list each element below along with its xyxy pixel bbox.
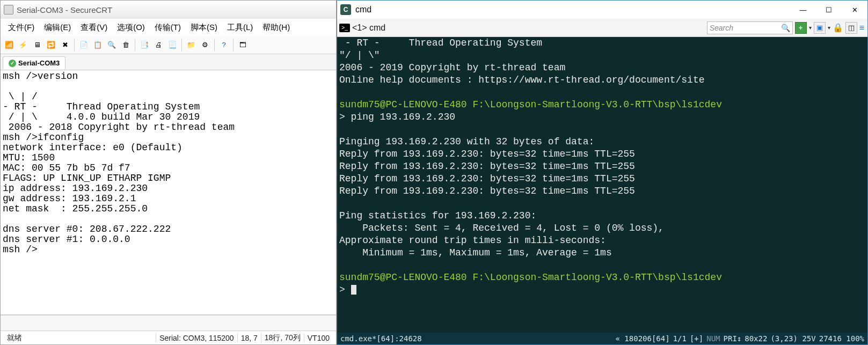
tb-reconnect-icon[interactable]: 🔁 bbox=[45, 39, 57, 52]
status-serial: Serial: COM3, 115200 bbox=[156, 334, 237, 342]
tb-print-icon[interactable]: 🖨 bbox=[152, 39, 165, 52]
menu-icon[interactable]: ≡ bbox=[859, 23, 864, 33]
tab-serial-com3[interactable]: ✓ Serial-COM3 bbox=[3, 56, 65, 70]
status-ready: 就绪 bbox=[4, 333, 156, 343]
new-tab-button[interactable]: + bbox=[795, 22, 807, 34]
tb-transfer-icon[interactable]: 📁 bbox=[185, 39, 198, 52]
window-title: Serial-COM3 - SecureCRT bbox=[17, 5, 112, 14]
title-bar[interactable]: C cmd — ☐ ✕ bbox=[337, 1, 867, 19]
toolbar-sep-2 bbox=[135, 39, 135, 51]
status-bar: cmd.exe*[64]:24628 « 180206[64] 1/1 [+] … bbox=[337, 333, 867, 344]
minimize-button[interactable]: — bbox=[790, 2, 816, 18]
toolbar-sep-3 bbox=[181, 39, 182, 51]
maximize-button[interactable]: ☐ bbox=[816, 2, 842, 18]
tb-help-icon[interactable]: ? bbox=[217, 39, 230, 52]
search-input[interactable]: Search 🔍 bbox=[707, 21, 793, 34]
status-mode: VT100 bbox=[304, 334, 333, 342]
status-size: 80x22 bbox=[745, 334, 767, 343]
terminal-output[interactable]: - RT - Thread Operating System "/ | \" 2… bbox=[337, 37, 867, 333]
status-rc: 18, 7 bbox=[237, 334, 261, 342]
close-button[interactable]: ✕ bbox=[842, 2, 867, 18]
dropdown-icon-2[interactable]: ▾ bbox=[828, 25, 830, 31]
tb-disconnect-icon[interactable]: ✖ bbox=[59, 39, 71, 52]
tb-copy-icon[interactable]: 📄 bbox=[77, 39, 90, 52]
toolbar-sep bbox=[74, 39, 75, 51]
status-pages: 1/1 bbox=[673, 334, 687, 343]
tb-clear-icon[interactable]: 🗑 bbox=[119, 39, 132, 52]
status-pri: PRI↕ bbox=[724, 334, 742, 343]
tb-options-icon[interactable]: ⚙ bbox=[199, 39, 211, 52]
menu-transfer[interactable]: 传输(T) bbox=[150, 21, 185, 34]
tb-quick-icon[interactable]: ⚡ bbox=[17, 39, 30, 52]
menu-script[interactable]: 脚本(S) bbox=[186, 21, 222, 34]
tb-print-setup-icon[interactable]: 📑 bbox=[138, 39, 151, 52]
menu-view[interactable]: 查看(V) bbox=[76, 21, 112, 34]
securecrt-window: Serial-COM3 - SecureCRT 文件(F) 编辑(E) 查看(V… bbox=[0, 0, 337, 345]
status-pos: 18行, 70列 bbox=[261, 333, 304, 343]
tab-label: Serial-COM3 bbox=[18, 59, 60, 67]
check-icon: ✓ bbox=[9, 60, 16, 67]
tb-about-icon[interactable]: 🗔 bbox=[236, 39, 249, 52]
tab-cmd[interactable]: <1> cmd bbox=[352, 23, 385, 33]
menu-bar: 文件(F) 编辑(E) 查看(V) 选项(O) 传输(T) 脚本(S) 工具(L… bbox=[1, 19, 336, 36]
toolbar-sep-5 bbox=[233, 39, 234, 51]
search-icon[interactable]: 🔍 bbox=[781, 24, 790, 32]
lock-icon[interactable]: 🔒 bbox=[833, 23, 843, 33]
search-placeholder: Search bbox=[710, 24, 733, 32]
terminal-output[interactable]: msh />version \ | / - RT - Thread Operat… bbox=[1, 70, 336, 314]
title-bar[interactable]: Serial-COM3 - SecureCRT bbox=[1, 1, 336, 19]
dropdown-icon[interactable]: ▾ bbox=[809, 25, 812, 31]
terminal-icon: >_ bbox=[339, 24, 350, 32]
cmd-window: C cmd — ☐ ✕ >_ <1> cmd Search 🔍 + ▾ ▣ ▾ … bbox=[337, 0, 868, 345]
tb-connect-icon[interactable]: 📶 bbox=[3, 39, 16, 52]
window-button[interactable]: ▣ bbox=[814, 22, 826, 34]
status-cursor: (3,23) 25V bbox=[770, 334, 815, 343]
status-plus: [+] bbox=[690, 334, 703, 343]
toolbar: 📶 ⚡ 🖥 🔁 ✖ 📄 📋 🔍 🗑 📑 🖨 📃 📁 ⚙ ? 🗔 bbox=[1, 36, 336, 54]
cmder-icon: C bbox=[340, 4, 351, 15]
status-num: NUM bbox=[706, 334, 720, 343]
session-tabs: ✓ Serial-COM3 bbox=[1, 54, 336, 70]
tb-session-icon[interactable]: 🖥 bbox=[31, 39, 43, 52]
tb-printscreen-icon[interactable]: 📃 bbox=[166, 39, 179, 52]
toolbar-sep-4 bbox=[214, 39, 215, 51]
window-title: cmd bbox=[355, 5, 790, 14]
menu-tools[interactable]: 工具(L) bbox=[223, 21, 257, 34]
command-input-area[interactable] bbox=[1, 314, 336, 331]
tb-paste-icon[interactable]: 📋 bbox=[91, 39, 104, 52]
menu-file[interactable]: 文件(F) bbox=[4, 21, 39, 34]
console-tabbar: >_ <1> cmd Search 🔍 + ▾ ▣ ▾ 🔒 ◫ ≡ bbox=[337, 19, 867, 37]
menu-options[interactable]: 选项(O) bbox=[113, 21, 149, 34]
status-bar: 就绪 Serial: COM3, 115200 18, 7 18行, 70列 V… bbox=[1, 331, 336, 344]
cursor bbox=[351, 285, 356, 295]
panels-icon[interactable]: ◫ bbox=[845, 22, 857, 34]
status-enc: « 180206[64] bbox=[615, 334, 669, 343]
status-exe: cmd.exe*[64]:24628 bbox=[340, 334, 422, 343]
tb-find-icon[interactable]: 🔍 bbox=[105, 39, 118, 52]
app-icon bbox=[4, 5, 13, 14]
status-extra: 27416 100% bbox=[819, 334, 864, 343]
menu-edit[interactable]: 编辑(E) bbox=[40, 21, 75, 34]
menu-help[interactable]: 帮助(H) bbox=[258, 21, 294, 34]
